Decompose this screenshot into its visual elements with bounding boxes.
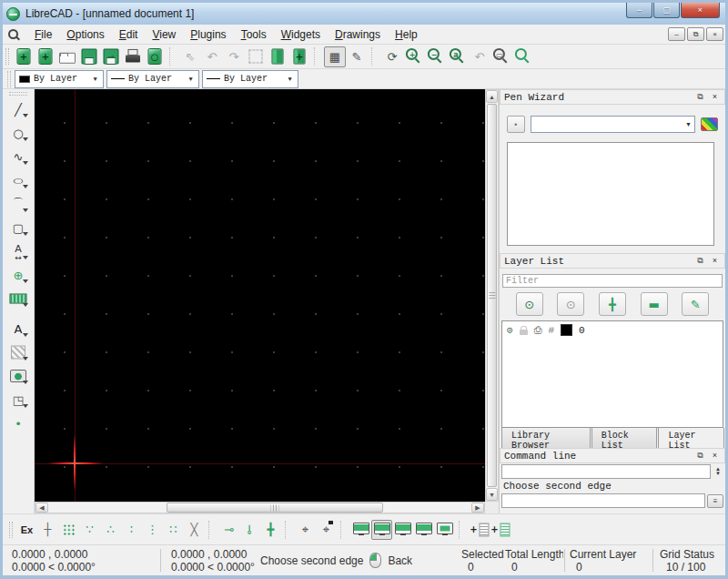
toggle-floating-dock-button[interactable] xyxy=(434,520,455,540)
snap-distance-button[interactable]: ∷ xyxy=(163,520,184,540)
scroll-left-arrow[interactable]: ◀ xyxy=(35,503,48,513)
float-dock-icon[interactable]: ⧉ xyxy=(694,255,706,267)
undo-button[interactable]: ↶ xyxy=(201,46,223,67)
title-bar[interactable]: LibreCAD - [unnamed document 1] – ▢ × xyxy=(3,3,725,25)
ellipse-tool-button[interactable]: ○ xyxy=(6,169,30,191)
snap-grid-button[interactable] xyxy=(58,520,79,540)
menu-widgets[interactable]: Widgets xyxy=(274,26,328,43)
measure-tool-button[interactable] xyxy=(6,288,30,310)
mdi-restore-button[interactable]: ⧉ xyxy=(687,27,704,41)
zoom-out-button[interactable]: − xyxy=(425,46,447,67)
document-window-icon[interactable] xyxy=(7,28,20,41)
circle-tool-button[interactable]: ○ xyxy=(6,122,30,144)
pen-linetype-select[interactable]: By Layer ▼ xyxy=(202,70,298,88)
copy-button[interactable] xyxy=(267,46,288,67)
pen-width-select[interactable]: By Layer ▼ xyxy=(106,70,199,88)
toggle-right-dock-button[interactable] xyxy=(371,520,392,540)
toggle-top-dock-button[interactable] xyxy=(392,520,413,540)
menu-edit[interactable]: Edit xyxy=(112,26,146,43)
remove-layer-button[interactable]: ▬ xyxy=(641,292,668,316)
zoom-in-button[interactable]: + xyxy=(403,46,425,67)
pen-wizard-title-bar[interactable]: Pen Wizard ⧉ × xyxy=(500,89,725,105)
restrict-vertical-button[interactable]: ⊸ xyxy=(239,520,260,540)
mdi-minimize-button[interactable]: – xyxy=(668,27,685,41)
float-dock-icon[interactable]: ⧉ xyxy=(694,450,706,462)
grid-toggle-button[interactable]: ▦ xyxy=(324,46,346,67)
layer-visible-icon[interactable]: ⊙ xyxy=(507,324,513,336)
toolbar-handle[interactable] xyxy=(9,522,13,538)
command-spinner[interactable]: ▲ ▼ xyxy=(713,467,723,476)
layer-row[interactable]: ⊙ ⎙ # 0 xyxy=(502,321,723,339)
scroll-down-arrow[interactable]: ▼ xyxy=(486,488,498,501)
close-dock-icon[interactable]: × xyxy=(709,450,721,462)
command-options-button[interactable]: ≡ xyxy=(707,494,723,508)
scroll-right-arrow[interactable]: ▶ xyxy=(471,503,484,513)
exclusive-snap-button[interactable]: Ex xyxy=(16,520,37,540)
snap-on-entity-button[interactable]: ∴ xyxy=(100,520,121,540)
print-preview-button[interactable]: ○ xyxy=(144,46,166,67)
pen-wizard-list[interactable] xyxy=(507,142,714,246)
modify-tool-button[interactable]: ⊕ xyxy=(6,264,30,286)
layer-list-title-bar[interactable]: Layer List ⧉ × xyxy=(500,253,725,269)
block-tool-button[interactable]: ◳ xyxy=(6,389,30,411)
layer-filter-input[interactable] xyxy=(502,274,723,288)
text-tool-button[interactable]: A xyxy=(6,318,30,340)
layer-color-swatch[interactable] xyxy=(561,324,572,336)
spline-tool-button[interactable]: ∿ xyxy=(6,146,30,168)
cut-button[interactable] xyxy=(245,46,267,67)
float-dock-icon[interactable]: ⧉ xyxy=(694,91,706,103)
pen-color-select[interactable]: By Layer ▼ xyxy=(15,70,104,88)
maximize-button[interactable]: ▢ xyxy=(653,3,680,18)
layer-lock-icon[interactable] xyxy=(520,330,528,335)
toggle-bottom-dock-button[interactable] xyxy=(413,520,434,540)
add-layer-button[interactable]: ╋ xyxy=(599,292,626,316)
zoom-redraw-button[interactable]: ⟳ xyxy=(381,46,403,67)
new-document-button[interactable]: + xyxy=(13,46,35,67)
mdi-close-button[interactable]: × xyxy=(706,27,723,41)
zoom-auto-button[interactable]: a xyxy=(447,46,469,67)
new-from-template-button[interactable]: + xyxy=(35,46,56,67)
open-button[interactable] xyxy=(56,46,78,67)
paste-button[interactable]: + xyxy=(288,46,310,67)
toggle-left-dock-button[interactable] xyxy=(350,520,371,540)
spinner-down-icon[interactable]: ▼ xyxy=(715,472,721,476)
menu-view[interactable]: View xyxy=(145,26,183,43)
save-button[interactable] xyxy=(78,46,100,67)
toolbar-handle[interactable] xyxy=(9,92,27,96)
vertical-scroll-thumb[interactable] xyxy=(487,104,497,487)
horizontal-scroll-thumb[interactable] xyxy=(167,503,383,513)
pen-wizard-favorites-select[interactable]: ▼ xyxy=(531,116,695,133)
selection-pointer-button[interactable]: ⇖ xyxy=(179,46,201,67)
color-palette-button[interactable] xyxy=(701,117,718,131)
close-button[interactable]: × xyxy=(681,3,720,18)
add-action-widget-button[interactable]: + xyxy=(490,520,511,540)
scroll-up-arrow[interactable]: ▲ xyxy=(486,90,498,103)
command-history-display[interactable] xyxy=(501,464,711,479)
zoom-window-button[interactable]: ▭ xyxy=(490,46,512,67)
pen-toolbar-handle[interactable] xyxy=(7,71,11,87)
vertical-scrollbar[interactable]: ▲ ▼ xyxy=(485,89,499,502)
menu-help[interactable]: Help xyxy=(388,26,425,43)
menu-options[interactable]: Options xyxy=(59,26,111,43)
snap-endpoints-button[interactable]: ∵ xyxy=(79,520,100,540)
snap-middle-button[interactable]: ⋮ xyxy=(142,520,163,540)
drawing-canvas[interactable] xyxy=(35,89,485,502)
close-dock-icon[interactable]: × xyxy=(709,91,721,103)
menu-file[interactable]: File xyxy=(27,26,59,43)
restrict-horizontal-button[interactable]: ⊸ xyxy=(218,520,239,540)
snap-center-button[interactable]: ∶ xyxy=(121,520,142,540)
layer-list-table[interactable]: ⊙ ⎙ # 0 xyxy=(501,320,723,428)
zoom-pan-button[interactable] xyxy=(512,46,534,67)
save-as-button[interactable]: → xyxy=(100,46,122,67)
draft-mode-button[interactable]: ✎ xyxy=(346,46,368,67)
dimension-tool-button[interactable]: A xyxy=(6,240,30,262)
show-all-layers-button[interactable]: ⊙ xyxy=(516,292,543,316)
zoom-previous-button[interactable]: ↶ xyxy=(469,46,490,67)
snap-intersection-button[interactable]: ╳ xyxy=(184,520,205,540)
lock-relative-zero-button[interactable]: ⌖ xyxy=(316,520,337,540)
print-button[interactable] xyxy=(122,46,144,67)
menu-plugins[interactable]: Plugins xyxy=(183,26,233,43)
hide-all-layers-button[interactable]: ⊙ xyxy=(557,292,584,316)
layer-print-icon[interactable]: ⎙ xyxy=(534,325,542,336)
redo-button[interactable]: ↷ xyxy=(223,46,245,67)
